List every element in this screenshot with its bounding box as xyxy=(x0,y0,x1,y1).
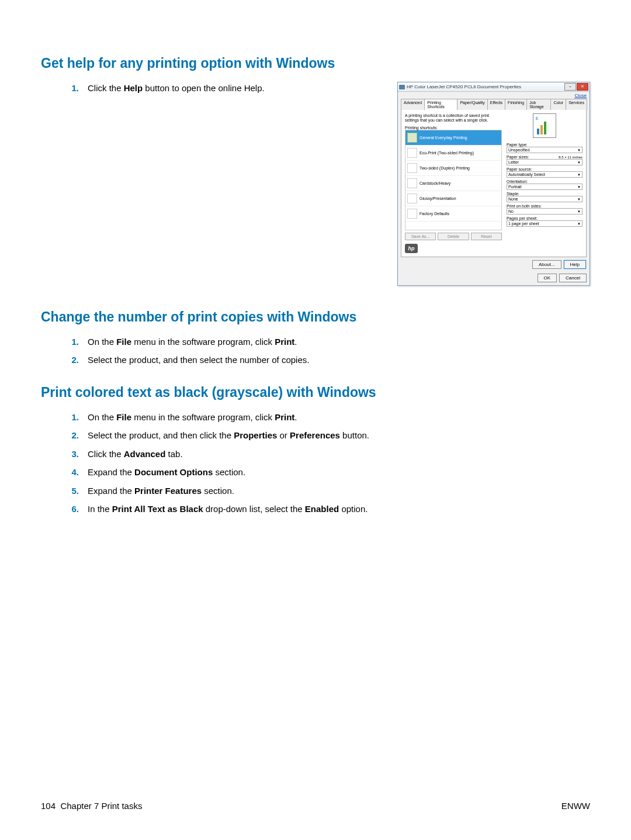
pages-per-sheet-label: Pages per sheet: xyxy=(507,216,583,220)
paper-size-label: Paper sizes: xyxy=(507,155,529,159)
reset-button[interactable]: Reset xyxy=(471,233,502,240)
shortcut-duplex[interactable]: Two-sided (Duplex) Printing xyxy=(405,161,501,176)
shortcut-factory[interactable]: Factory Defaults xyxy=(405,206,501,222)
print-properties-dialog: HP Color LaserJet CP4520 PCL6 Document P… xyxy=(397,82,590,286)
s3-step6: 6. In the Print All Text as Black drop-d… xyxy=(64,503,590,516)
tab-finishing[interactable]: Finishing xyxy=(505,99,527,110)
delete-button[interactable]: Delete xyxy=(438,233,469,240)
tab-printing-shortcuts[interactable]: Printing Shortcuts xyxy=(424,99,457,110)
heading-get-help: Get help for any printing option with Wi… xyxy=(41,56,590,71)
close-button[interactable]: ✕ xyxy=(577,83,588,91)
both-sides-label: Print on both sides: xyxy=(507,204,583,208)
dialog-title: HP Color LaserJet CP4520 PCL6 Document P… xyxy=(407,84,564,89)
tab-color[interactable]: Color xyxy=(550,99,566,110)
paper-source-dropdown[interactable]: Automatically Select▼ xyxy=(507,171,583,178)
s3-step2: 2. Select the product, and then click th… xyxy=(64,429,590,443)
s2-step1: 1. On the File menu in the software prog… xyxy=(64,336,590,349)
s3-step4: 4. Expand the Document Options section. xyxy=(64,466,590,479)
paper-source-label: Paper source: xyxy=(507,167,583,171)
page-footer: 104 Chapter 7 Print tasks ENWW xyxy=(41,801,590,811)
both-sides-dropdown[interactable]: No▼ xyxy=(507,208,583,215)
s3-step3: 3. Click the Advanced tab. xyxy=(64,448,590,461)
help-button[interactable]: Help xyxy=(564,260,586,269)
orientation-dropdown[interactable]: Portrait▼ xyxy=(507,184,583,190)
shortcut-general[interactable]: General Everyday Printing xyxy=(405,130,501,146)
hp-icon xyxy=(399,85,405,89)
about-button[interactable]: About... xyxy=(532,260,561,269)
paper-type-dropdown[interactable]: Unspecified▼ xyxy=(507,147,583,153)
tab-services[interactable]: Services xyxy=(566,99,587,110)
shortcut-glossy[interactable]: Glossy/Presentation xyxy=(405,191,501,206)
step-1: 1. Click the Help button to open the onl… xyxy=(64,82,380,95)
page-preview xyxy=(533,113,556,138)
paper-size-dropdown[interactable]: Letter▼ xyxy=(507,159,583,165)
s3-step5: 5. Expand the Printer Features section. xyxy=(64,485,590,498)
shortcut-description: A printing shortcut is a collection of s… xyxy=(405,113,502,123)
heading-change-copies: Change the number of print copies with W… xyxy=(41,309,590,325)
s2-step2: 2. Select the product, and then select t… xyxy=(64,354,590,367)
step-number: 1. xyxy=(64,82,79,95)
staple-dropdown[interactable]: None▼ xyxy=(507,196,583,202)
minimize-button[interactable]: – xyxy=(564,83,576,91)
ok-button[interactable]: OK xyxy=(538,274,557,282)
shortcut-eco[interactable]: Eco-Print (Two-sided Printing) xyxy=(405,146,501,161)
staple-label: Staple: xyxy=(507,192,583,196)
save-as-button[interactable]: Save As... xyxy=(405,233,436,240)
shortcuts-list[interactable]: General Everyday Printing Eco-Print (Two… xyxy=(405,130,502,230)
tab-effects[interactable]: Effects xyxy=(487,99,505,110)
orientation-label: Orientation: xyxy=(507,179,583,184)
dialog-titlebar: HP Color LaserJet CP4520 PCL6 Document P… xyxy=(398,82,590,92)
heading-grayscale: Print colored text as black (grayscale) … xyxy=(41,385,590,400)
cancel-button[interactable]: Cancel xyxy=(559,274,587,282)
shortcut-cardstock[interactable]: Cardstock/Heavy xyxy=(405,176,501,191)
tab-paper-quality[interactable]: Paper/Quality xyxy=(457,99,487,110)
tab-advanced[interactable]: Advanced xyxy=(401,99,425,110)
step-text: Click the Help button to open the online… xyxy=(88,82,380,95)
hp-logo: hp xyxy=(405,244,418,253)
tab-job-storage[interactable]: Job Storage xyxy=(526,99,551,110)
paper-type-label: Paper type: xyxy=(507,143,583,147)
s3-step1: 1. On the File menu in the software prog… xyxy=(64,411,590,424)
pages-per-sheet-dropdown[interactable]: 1 page per sheet▼ xyxy=(507,220,583,227)
paper-size-note: 8.5 × 11 inches xyxy=(559,155,583,159)
dialog-tabs: Advanced Printing Shortcuts Paper/Qualit… xyxy=(401,98,587,110)
shortcuts-label: Printing shortcuts: xyxy=(405,126,502,130)
close-link[interactable]: Close xyxy=(575,93,587,98)
